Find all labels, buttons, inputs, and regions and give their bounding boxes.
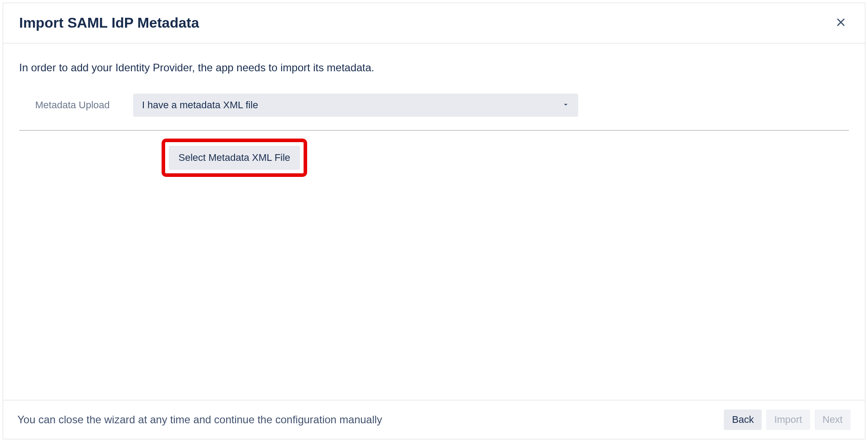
footer-hint: You can close the wizard at any time and…	[17, 413, 382, 426]
close-button[interactable]	[833, 15, 849, 31]
metadata-upload-row: Metadata Upload I have a metadata XML fi…	[19, 94, 849, 131]
dialog-body: In order to add your Identity Provider, …	[3, 44, 865, 400]
instruction-text: In order to add your Identity Provider, …	[19, 61, 849, 74]
close-icon	[836, 17, 846, 29]
dialog-header: Import SAML IdP Metadata	[3, 3, 865, 44]
select-file-row: Select Metadata XML File	[19, 131, 849, 177]
footer-buttons: Back Import Next	[724, 409, 851, 430]
import-saml-idp-dialog: Import SAML IdP Metadata In order to add…	[3, 3, 865, 439]
select-metadata-xml-file-button[interactable]: Select Metadata XML File	[169, 146, 300, 170]
metadata-upload-dropdown[interactable]: I have a metadata XML file	[133, 94, 578, 117]
select-file-highlight: Select Metadata XML File	[162, 139, 307, 177]
dialog-footer: You can close the wizard at any time and…	[3, 400, 865, 439]
import-button[interactable]: Import	[766, 409, 810, 430]
chevron-down-icon	[562, 99, 569, 111]
dialog-title: Import SAML IdP Metadata	[19, 15, 199, 31]
dropdown-selected-value: I have a metadata XML file	[142, 99, 258, 111]
next-button[interactable]: Next	[815, 409, 851, 430]
back-button[interactable]: Back	[724, 409, 762, 430]
metadata-upload-label: Metadata Upload	[35, 99, 120, 111]
